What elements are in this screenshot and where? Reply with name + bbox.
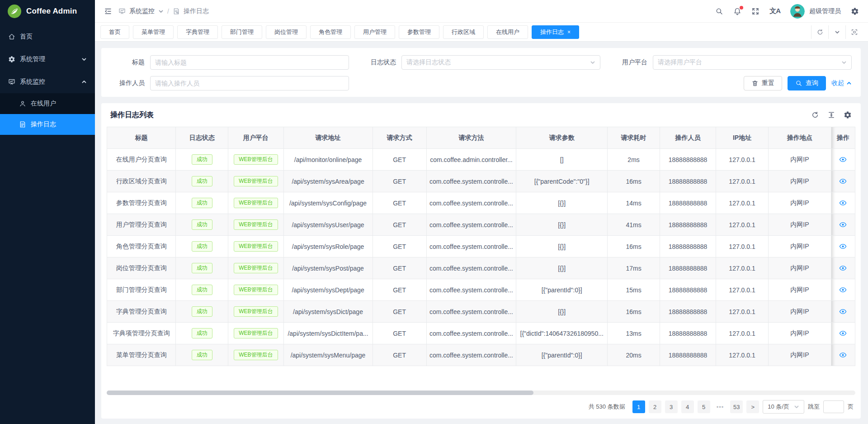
cell-status: 成功 — [176, 323, 228, 344]
operator-input[interactable] — [155, 80, 344, 87]
page-button[interactable]: 5 — [698, 400, 710, 413]
title-input[interactable] — [155, 59, 344, 66]
col-title: 标题 — [107, 127, 176, 149]
col-log-status: 日志状态 — [176, 127, 228, 149]
tab[interactable]: 用户管理 — [354, 25, 395, 39]
refresh-icon[interactable] — [811, 111, 819, 119]
tab[interactable]: 参数管理 — [399, 25, 439, 39]
page-button[interactable]: > — [746, 400, 759, 413]
tab-label: 首页 — [109, 28, 121, 36]
app-logo[interactable]: Coffee Admin — [0, 0, 95, 23]
translate-icon[interactable]: 文A — [769, 7, 780, 15]
reset-button[interactable]: 重置 — [744, 76, 782, 91]
scrollbar-thumb[interactable] — [107, 391, 533, 395]
breadcrumb-parent[interactable]: 系统监控 — [129, 7, 155, 15]
user-platform-placeholder: 请选择用户平台 — [658, 58, 702, 67]
cell-status: 成功 — [176, 257, 228, 279]
search-icon[interactable] — [715, 7, 723, 15]
topbar-actions: 文A 超级管理员 — [715, 4, 859, 19]
cell-method: GET — [373, 236, 426, 257]
view-detail-eye-icon[interactable] — [839, 308, 847, 315]
sidebar-item-home[interactable]: 首页 — [0, 25, 95, 48]
cell-platform: WEB管理后台 — [228, 323, 283, 344]
tab[interactable]: 首页 — [100, 25, 129, 39]
cell-action — [831, 236, 855, 257]
tab[interactable]: 在线用户 — [487, 25, 528, 39]
maximize-icon[interactable] — [845, 25, 863, 39]
sidebar-item-system-monitor[interactable]: 系统监控 — [0, 71, 95, 93]
page-button[interactable]: 2 — [649, 400, 661, 413]
sidebar-item-system-management[interactable]: 系统管理 — [0, 48, 95, 71]
pagination: 共 530 条数据 12345•••53> 10 条/页 跳至 页 — [101, 395, 861, 419]
settings-gear-icon[interactable] — [851, 7, 859, 15]
view-detail-eye-icon[interactable] — [839, 286, 847, 294]
open-tabs: 首页 菜单管理 字典管理 部门管理 岗位管理 角色管理 — [100, 25, 807, 39]
cell-params: [{}] — [516, 301, 608, 323]
tab[interactable]: 字典管理 — [177, 25, 218, 39]
main-area: 系统监控 / 操作日志 文A — [95, 0, 868, 424]
collapse-filter-link[interactable]: 收起 — [831, 79, 852, 87]
tab-label: 行政区域 — [452, 28, 475, 36]
cell-url: /api/system/sysMenu/page — [283, 344, 373, 366]
platform-badge: WEB管理后台 — [234, 328, 278, 339]
col-user-platform: 用户平台 — [228, 127, 283, 149]
view-detail-eye-icon[interactable] — [839, 177, 847, 185]
page-size-select[interactable]: 10 条/页 — [763, 400, 804, 414]
monitor-icon — [118, 8, 126, 15]
user-platform-select[interactable]: 请选择用户平台 — [653, 55, 852, 70]
notification-bell-icon[interactable] — [733, 7, 741, 15]
chevron-down-icon[interactable] — [828, 25, 845, 39]
cell-platform: WEB管理后台 — [228, 192, 283, 214]
column-settings-icon[interactable] — [844, 111, 852, 119]
search-button[interactable]: 查询 — [788, 76, 826, 91]
tab[interactable]: 行政区域 — [443, 25, 484, 39]
user-icon — [19, 100, 26, 107]
refresh-icon[interactable] — [811, 25, 828, 39]
tab[interactable]: 角色管理 — [310, 25, 351, 39]
cell-action — [831, 149, 855, 171]
filter-operator-label: 操作人员 — [110, 79, 150, 87]
horizontal-scrollbar[interactable] — [107, 391, 855, 395]
view-detail-eye-icon[interactable] — [839, 199, 847, 207]
page-button[interactable]: 3 — [665, 400, 678, 413]
view-detail-eye-icon[interactable] — [839, 243, 847, 250]
page-button[interactable]: 1 — [632, 400, 645, 413]
view-detail-eye-icon[interactable] — [839, 221, 847, 229]
jump-page-input[interactable] — [823, 400, 844, 413]
col-request-url: 请求地址 — [283, 127, 373, 149]
sidebar-item-operation-log[interactable]: 操作日志 — [0, 114, 95, 135]
tab[interactable]: 菜单管理 — [133, 25, 174, 39]
cell-method: GET — [373, 323, 426, 344]
cell-action — [831, 171, 855, 192]
row-height-icon[interactable] — [827, 111, 835, 119]
jump-label: 跳至 — [808, 403, 820, 411]
tab[interactable]: 岗位管理 — [266, 25, 307, 39]
tab-close-icon[interactable]: × — [567, 29, 571, 35]
user-menu[interactable]: 超级管理员 — [790, 4, 841, 19]
page-button[interactable]: 4 — [681, 400, 694, 413]
page-button[interactable]: ••• — [714, 400, 727, 413]
view-detail-eye-icon[interactable] — [839, 329, 847, 337]
tab[interactable]: 操作日志 × — [532, 25, 579, 39]
page-content: 标题 日志状态 请选择日志状态 用户平台 请选择用户平台 — [95, 42, 868, 424]
cell-params: [{"dictId":140647326180950... — [516, 323, 608, 344]
cell-method: GET — [373, 301, 426, 323]
cell-action — [831, 214, 855, 236]
fullscreen-icon[interactable] — [751, 7, 760, 15]
tab[interactable]: 部门管理 — [222, 25, 262, 39]
sidebar-item-online-users[interactable]: 在线用户 — [0, 93, 95, 114]
cell-method: GET — [373, 149, 426, 171]
collapse-sidebar-icon[interactable] — [104, 7, 112, 15]
chevron-down-icon[interactable] — [158, 9, 164, 14]
cell-action — [831, 301, 855, 323]
log-status-select[interactable]: 请选择日志状态 — [401, 55, 600, 70]
cell-location: 内网IP — [768, 279, 831, 301]
tab-bar: 首页 菜单管理 字典管理 部门管理 岗位管理 角色管理 — [95, 23, 868, 42]
cell-location: 内网IP — [768, 323, 831, 344]
view-detail-eye-icon[interactable] — [839, 264, 847, 272]
cell-ip: 127.0.0.1 — [716, 323, 769, 344]
page-button[interactable]: 53 — [730, 400, 743, 413]
view-detail-eye-icon[interactable] — [839, 351, 847, 359]
cell-duration: 16ms — [608, 301, 660, 323]
view-detail-eye-icon[interactable] — [839, 156, 847, 163]
